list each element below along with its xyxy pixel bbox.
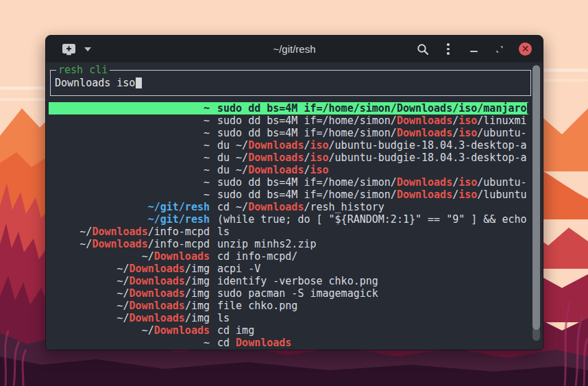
text-segment: /img xyxy=(185,300,210,312)
titlebar: ~/git/resh ✕ xyxy=(46,36,543,62)
text-segment: / xyxy=(452,114,458,127)
history-row[interactable]: ~sudo dd bs=4M if=/home/simon/Downloads/… xyxy=(49,176,528,189)
row-command: sudo dd bs=4M if=/home/simon/Downloads/i… xyxy=(210,102,528,114)
history-row[interactable]: ~du ~/Downloads/iso xyxy=(49,164,528,176)
scrollbar[interactable] xyxy=(532,65,540,348)
text-segment: du ~/ xyxy=(217,152,248,164)
text-segment: /ubuntu- xyxy=(477,176,526,189)
history-row[interactable]: ~/Downloads/imgfile chko.png xyxy=(49,300,528,312)
close-icon: ✕ xyxy=(522,44,530,53)
text-segment: Downloads xyxy=(92,238,147,250)
text-segment: Downloads xyxy=(130,312,185,324)
text-segment: iso xyxy=(458,189,477,201)
text-segment: ~/ xyxy=(117,312,130,324)
new-tab-button[interactable] xyxy=(61,43,76,56)
history-row[interactable]: ~du ~/Downloads/iso/ubuntu-budgie-18.04.… xyxy=(49,152,528,164)
text-segment: /ubuntu-budgie-18.04.3-desktop-a xyxy=(329,139,527,152)
text-segment: /lubuntu xyxy=(477,189,526,201)
text-segment: /img xyxy=(185,275,210,287)
text-segment: Downloads xyxy=(92,226,147,238)
restore-icon xyxy=(495,45,504,53)
history-row[interactable]: ~sudo dd bs=4M if=/home/simon/Downloads/… xyxy=(49,114,528,127)
text-segment: ~/git/resh xyxy=(148,213,210,226)
search-icon xyxy=(417,43,429,56)
row-command: identify -verbose chko.png xyxy=(210,275,528,287)
resh-box-label: resh cli xyxy=(56,64,110,76)
text-segment: Downloads xyxy=(397,127,452,139)
text-segment: acpi -V xyxy=(217,263,260,275)
text-segment: ~ xyxy=(204,164,210,176)
text-segment: Downloads xyxy=(130,263,185,275)
row-directory: ~/Downloads/img xyxy=(49,287,210,300)
text-segment: sudo pacman -S imagemagick xyxy=(217,287,378,300)
text-segment: /info-mcpd xyxy=(148,226,210,238)
history-row[interactable]: ~/git/resh(while true; do [ "${RANDOM:2:… xyxy=(49,213,528,226)
row-command: ls xyxy=(210,226,528,238)
row-directory: ~/git/resh xyxy=(49,201,210,213)
row-directory: ~ xyxy=(49,189,210,201)
history-row[interactable]: ~/Downloads/imgidentify -verbose chko.pn… xyxy=(49,275,528,287)
row-command: sudo dd bs=4M if=/home/simon/Downloads/i… xyxy=(210,114,528,127)
text-segment: /ubuntu-budgie-18.04.3-desktop-a xyxy=(329,152,527,164)
history-row[interactable]: ~du ~/Downloads/iso/ubuntu-budgie-18.04.… xyxy=(49,139,528,152)
text-segment: ~ xyxy=(204,102,210,114)
row-directory: ~/Downloads/info-mcpd xyxy=(49,226,210,238)
text-segment: sudo dd bs=4M if=/home/simon/ xyxy=(217,114,397,127)
text-segment: Downloads xyxy=(154,324,210,337)
history-row[interactable]: ~cd Downloads xyxy=(49,337,528,349)
search-input[interactable]: Downloads iso xyxy=(55,77,142,89)
row-directory: ~/Downloads/img xyxy=(49,275,210,287)
row-directory: ~ xyxy=(49,176,210,189)
text-segment: Downloads xyxy=(130,287,185,300)
text-segment: Downloads xyxy=(248,139,304,152)
text-segment: ~/ xyxy=(117,287,130,300)
text-segment: ~ xyxy=(204,139,210,152)
text-segment: cd info-mcpd/ xyxy=(217,250,297,263)
terminal-content: resh cli Downloads iso ~sudo dd bs=4M if… xyxy=(46,62,543,350)
text-segment: /info-mcpd xyxy=(148,238,210,250)
history-row[interactable]: ~/Downloads/imgsudo pacman -S imagemagic… xyxy=(49,287,528,300)
menu-button[interactable] xyxy=(442,43,454,56)
row-command: unzip minhs2.zip xyxy=(210,238,528,250)
search-button[interactable] xyxy=(416,43,430,56)
history-row[interactable]: ~/Downloads/imgls xyxy=(49,312,528,324)
row-directory: ~ xyxy=(49,114,210,127)
text-segment: /resh_history xyxy=(304,201,384,213)
text-segment: cd img xyxy=(217,324,254,337)
text-segment: cd xyxy=(217,337,236,349)
text-segment: Downloads xyxy=(248,201,304,213)
history-row[interactable]: ~/Downloads/info-mcpdls xyxy=(49,226,528,238)
history-row[interactable]: ~/Downloadscd img xyxy=(49,324,528,337)
history-row[interactable]: ~sudo dd bs=4M if=/home/simon/Downloads/… xyxy=(49,127,528,139)
text-segment: ls xyxy=(217,226,230,238)
text-segment: Downloads xyxy=(397,189,452,201)
history-row[interactable]: ~sudo dd bs=4M if=/home/simon/Downloads/… xyxy=(49,102,528,114)
chevron-down-icon[interactable] xyxy=(84,47,91,51)
row-command: du ~/Downloads/iso xyxy=(210,164,528,176)
text-segment: Downloads xyxy=(248,152,304,164)
close-button[interactable]: ✕ xyxy=(519,43,532,56)
text-segment: /img xyxy=(185,312,210,324)
row-directory: ~/Downloads/info-mcpd xyxy=(49,238,210,250)
kebab-icon xyxy=(447,43,450,46)
text-segment: ~ xyxy=(204,337,210,349)
text-segment: iso xyxy=(310,164,328,176)
text-segment: ~ xyxy=(204,114,210,127)
scrollbar-thumb[interactable] xyxy=(532,65,540,330)
text-segment: sudo dd bs=4M if=/home/simon/ xyxy=(217,176,397,189)
history-row[interactable]: ~/git/reshcd ~/Downloads/resh_history xyxy=(49,201,528,213)
text-segment: ~/ xyxy=(79,238,92,250)
minimize-button[interactable] xyxy=(467,43,480,56)
text-segment: Downloads xyxy=(130,275,185,287)
row-directory: ~/Downloads/img xyxy=(49,300,210,312)
text-segment: ~/git/resh xyxy=(148,201,210,213)
restore-button[interactable] xyxy=(493,43,506,56)
text-segment: iso xyxy=(310,139,328,152)
history-row[interactable]: ~sudo dd bs=4M if=/home/simon/Downloads/… xyxy=(49,189,528,201)
text-segment: /img xyxy=(185,287,210,300)
text-segment: ls xyxy=(217,312,230,324)
history-row[interactable]: ~/Downloadscd info-mcpd/ xyxy=(49,250,528,263)
history-row[interactable]: ~/Downloads/info-mcpdunzip minhs2.zip xyxy=(49,238,528,250)
text-segment: ~/ xyxy=(79,226,92,238)
history-row[interactable]: ~/Downloads/imgacpi -V xyxy=(49,263,528,275)
